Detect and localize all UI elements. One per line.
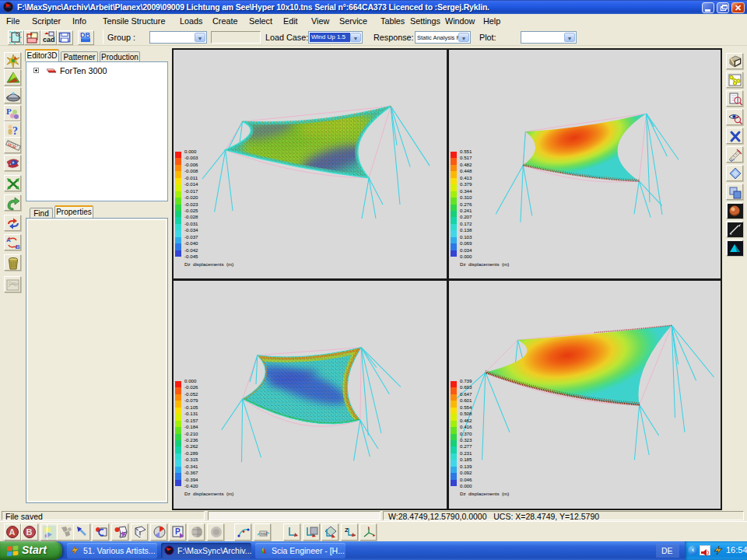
svg-text:Z: Z: [345, 527, 349, 534]
svg-text:Cmv: Cmv: [9, 281, 17, 285]
svg-text:!: !: [368, 526, 370, 530]
svg-text:mid: mid: [261, 531, 267, 536]
svg-text:cad: cad: [43, 36, 55, 44]
svg-text:A: A: [9, 527, 16, 537]
svg-text:A: A: [6, 236, 11, 243]
svg-text:P: P: [175, 527, 181, 536]
svg-text:B: B: [26, 527, 33, 537]
svg-text:?: ?: [12, 125, 18, 137]
